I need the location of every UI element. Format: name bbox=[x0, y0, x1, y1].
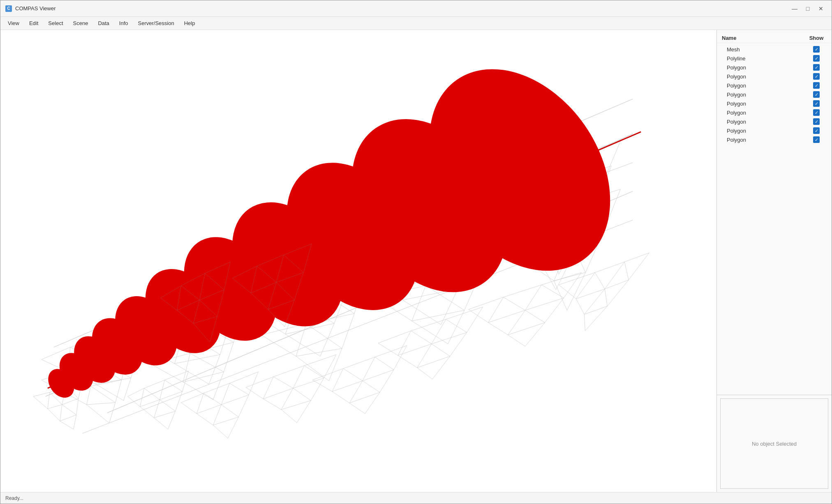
svg-marker-80 bbox=[196, 405, 221, 425]
menu-bar: View Edit Select Scene Data Info Server/… bbox=[0, 17, 832, 30]
svg-marker-113 bbox=[584, 306, 607, 331]
svg-marker-96 bbox=[378, 331, 411, 355]
checkbox-6[interactable]: ✓ bbox=[813, 100, 820, 107]
menu-scene[interactable]: Scene bbox=[69, 18, 92, 28]
menu-view[interactable]: View bbox=[4, 18, 23, 28]
viewport[interactable] bbox=[0, 30, 716, 492]
svg-marker-23 bbox=[183, 372, 224, 400]
scene-row-name-9: Polygon bbox=[727, 128, 806, 134]
checkbox-1[interactable]: ✓ bbox=[813, 55, 820, 62]
checkbox-3[interactable]: ✓ bbox=[813, 73, 820, 80]
minimize-button[interactable]: — bbox=[789, 3, 800, 14]
checkbox-4[interactable]: ✓ bbox=[813, 82, 820, 89]
svg-marker-76 bbox=[160, 391, 183, 411]
scene-row-check-10[interactable]: ✓ bbox=[806, 136, 827, 143]
scene-row-9[interactable]: Polygon ✓ bbox=[717, 126, 832, 135]
scene-row-2[interactable]: Polygon ✓ bbox=[717, 63, 832, 72]
scene-row-6[interactable]: Polygon ✓ bbox=[717, 99, 832, 108]
no-selection-text: No object Selected bbox=[752, 441, 797, 447]
scene-row-name-10: Polygon bbox=[727, 137, 806, 143]
scene-header: Name Show bbox=[717, 33, 832, 43]
scene-row-check-4[interactable]: ✓ bbox=[806, 82, 827, 89]
svg-marker-84 bbox=[246, 377, 273, 399]
svg-marker-29 bbox=[175, 354, 220, 384]
scene-row-0[interactable]: Mesh ✓ bbox=[717, 45, 832, 54]
menu-edit[interactable]: Edit bbox=[25, 18, 42, 28]
scene-row-check-0[interactable]: ✓ bbox=[806, 46, 827, 53]
menu-server-session[interactable]: Server/Session bbox=[134, 18, 178, 28]
scene-row-check-9[interactable]: ✓ bbox=[806, 127, 827, 134]
checkbox-9[interactable]: ✓ bbox=[813, 127, 820, 134]
scene-row-name-4: Polygon bbox=[727, 83, 806, 89]
close-button[interactable]: ✕ bbox=[815, 3, 827, 14]
scene-row-name-7: Polygon bbox=[727, 110, 806, 116]
right-panel: Name Show Mesh ✓ Polyline ✓ Polygon ✓ Po… bbox=[716, 30, 832, 492]
properties-panel: No object Selected bbox=[720, 398, 828, 489]
svg-marker-99 bbox=[446, 307, 483, 332]
maximize-button[interactable]: □ bbox=[802, 3, 814, 14]
svg-marker-2 bbox=[48, 405, 62, 421]
checkbox-5[interactable]: ✓ bbox=[813, 91, 820, 98]
svg-marker-47 bbox=[412, 310, 465, 344]
status-text: Ready... bbox=[5, 495, 23, 501]
checkbox-7[interactable]: ✓ bbox=[813, 109, 820, 116]
scene-row-name-6: Polygon bbox=[727, 101, 806, 107]
svg-marker-92 bbox=[332, 381, 363, 403]
scene-row-check-7[interactable]: ✓ bbox=[806, 109, 827, 116]
svg-marker-83 bbox=[213, 417, 238, 438]
svg-marker-82 bbox=[221, 395, 249, 417]
checkbox-10[interactable]: ✓ bbox=[813, 136, 820, 143]
svg-marker-88 bbox=[293, 378, 324, 400]
menu-data[interactable]: Data bbox=[94, 18, 113, 28]
svg-marker-74 bbox=[140, 400, 160, 418]
svg-marker-107 bbox=[508, 322, 545, 346]
svg-marker-94 bbox=[363, 370, 394, 392]
svg-marker-103 bbox=[504, 285, 542, 310]
scene-row-4[interactable]: Polygon ✓ bbox=[717, 81, 832, 90]
checkbox-8[interactable]: ✓ bbox=[813, 118, 820, 125]
svg-marker-102 bbox=[469, 297, 504, 322]
svg-marker-77 bbox=[154, 411, 176, 429]
scene-row-3[interactable]: Polygon ✓ bbox=[717, 72, 832, 81]
scene-row-check-2[interactable]: ✓ bbox=[806, 64, 827, 71]
checkbox-0[interactable]: ✓ bbox=[813, 46, 820, 53]
scene-row-name-0: Mesh bbox=[727, 46, 806, 53]
viewport-svg bbox=[0, 30, 716, 492]
svg-marker-100 bbox=[432, 332, 467, 356]
menu-help[interactable]: Help bbox=[180, 18, 199, 28]
svg-marker-89 bbox=[281, 400, 311, 423]
menu-info[interactable]: Info bbox=[115, 18, 132, 28]
scene-row-name-2: Polygon bbox=[727, 64, 806, 71]
scene-row-check-3[interactable]: ✓ bbox=[806, 73, 827, 80]
svg-marker-106 bbox=[525, 298, 564, 322]
svg-marker-79 bbox=[203, 383, 229, 405]
scene-row-name-1: Polyline bbox=[727, 55, 806, 62]
scene-row-5[interactable]: Polygon ✓ bbox=[717, 90, 832, 99]
svg-marker-108 bbox=[559, 272, 595, 299]
scene-row-7[interactable]: Polygon ✓ bbox=[717, 108, 832, 117]
window-title: COMPAS Viewer bbox=[15, 5, 56, 12]
scene-row-check-6[interactable]: ✓ bbox=[806, 100, 827, 107]
scene-row-8[interactable]: Polygon ✓ bbox=[717, 117, 832, 126]
svg-marker-93 bbox=[375, 345, 407, 370]
scene-row-check-1[interactable]: ✓ bbox=[806, 55, 827, 62]
scene-row-name-8: Polygon bbox=[727, 119, 806, 125]
svg-marker-109 bbox=[595, 262, 624, 289]
scene-row-name-3: Polygon bbox=[727, 74, 806, 80]
svg-marker-0 bbox=[33, 392, 50, 409]
svg-marker-85 bbox=[273, 366, 304, 388]
scene-row-1[interactable]: Polyline ✓ bbox=[717, 54, 832, 63]
scene-row-check-5[interactable]: ✓ bbox=[806, 91, 827, 98]
scene-row-10[interactable]: Polygon ✓ bbox=[717, 135, 832, 144]
svg-marker-41 bbox=[285, 323, 334, 356]
svg-marker-78 bbox=[181, 393, 203, 414]
title-bar: C COMPAS Viewer — □ ✕ bbox=[0, 0, 832, 17]
scene-row-check-8[interactable]: ✓ bbox=[806, 118, 827, 125]
checkbox-2[interactable]: ✓ bbox=[813, 64, 820, 71]
svg-marker-5 bbox=[60, 415, 76, 429]
svg-marker-72 bbox=[128, 388, 144, 407]
menu-select[interactable]: Select bbox=[44, 18, 67, 28]
svg-marker-75 bbox=[165, 371, 189, 391]
scene-panel: Name Show Mesh ✓ Polyline ✓ Polygon ✓ Po… bbox=[717, 30, 832, 395]
scene-rows-container: Mesh ✓ Polyline ✓ Polygon ✓ Polygon ✓ Po… bbox=[717, 45, 832, 144]
